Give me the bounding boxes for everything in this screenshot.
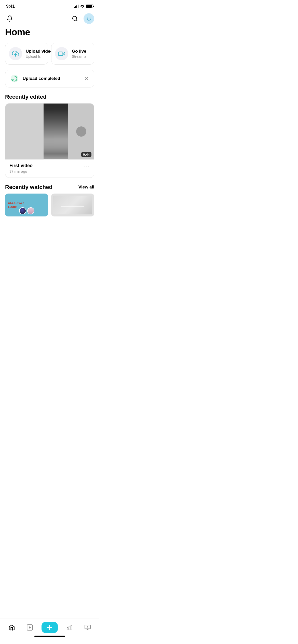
avatar[interactable] xyxy=(84,13,94,24)
go-live-text: Go live Stream a xyxy=(72,49,86,58)
nav-right xyxy=(70,13,94,24)
recently-watched-title: Recently watched xyxy=(5,184,52,191)
svg-point-4 xyxy=(90,18,91,19)
recently-edited-header: Recently edited xyxy=(0,87,99,103)
svg-point-3 xyxy=(87,18,88,19)
more-options-button[interactable]: ··· xyxy=(84,163,90,171)
upload-banner-left: Upload completed xyxy=(10,74,60,83)
watched-thumb-title: MaGical xyxy=(8,201,25,205)
recently-watched-header: Recently watched View all xyxy=(0,178,99,194)
search-button[interactable] xyxy=(70,14,79,23)
refresh-icon xyxy=(10,74,19,83)
video-card[interactable]: 0:44 First video 37 min ago ··· xyxy=(5,103,94,178)
upload-banner: Upload completed xyxy=(5,70,94,87)
svg-line-1 xyxy=(76,20,77,21)
upload-video-icon-bg xyxy=(9,47,22,60)
upload-video-subtitle: Upload from your device xyxy=(26,54,44,58)
wifi-icon xyxy=(80,5,85,8)
thumb-right xyxy=(68,104,94,159)
video-details: First video 37 min ago xyxy=(9,163,33,173)
upload-video-card[interactable]: Upload video Upload from your device xyxy=(5,43,48,65)
video-duration: 0:44 xyxy=(81,152,91,157)
svg-rect-6 xyxy=(58,52,63,55)
status-time: 9:41 xyxy=(6,4,15,9)
top-nav xyxy=(0,11,99,26)
upload-banner-text: Upload completed xyxy=(23,76,60,81)
thumb-left xyxy=(5,104,44,159)
go-live-card[interactable]: Go live Stream a xyxy=(51,43,94,65)
upload-banner-close[interactable] xyxy=(83,76,89,82)
svg-marker-7 xyxy=(63,52,65,55)
status-icons xyxy=(74,5,93,8)
signal-icon xyxy=(74,5,78,8)
recently-edited-title: Recently edited xyxy=(5,94,47,100)
upload-video-title: Upload video xyxy=(26,49,44,54)
page-title: Home xyxy=(0,26,99,43)
svg-point-2 xyxy=(85,14,93,23)
go-live-icon-bg xyxy=(55,47,68,60)
watched-card-1[interactable]: MaGical Game xyxy=(5,194,48,216)
watched-avatar-1 xyxy=(19,207,26,214)
video-meta: 37 min ago xyxy=(9,169,33,173)
search-icon xyxy=(72,16,78,22)
video-info: First video 37 min ago ··· xyxy=(5,159,94,178)
go-live-title: Go live xyxy=(72,49,86,54)
bottom-spacer xyxy=(0,216,99,247)
thumb-circle xyxy=(76,126,86,137)
watched-cards: MaGical Game xyxy=(0,194,99,216)
watched-thumb-1: MaGical Game xyxy=(5,194,48,216)
video-camera-icon xyxy=(58,50,65,57)
bell-icon xyxy=(6,15,13,22)
close-icon xyxy=(84,76,89,81)
upload-video-text: Upload video Upload from your device xyxy=(26,49,44,58)
thumb-center xyxy=(44,104,68,159)
battery-icon xyxy=(86,5,93,8)
status-bar: 9:41 xyxy=(0,0,99,11)
action-cards: Upload video Upload from your device Go … xyxy=(0,43,99,65)
watched-avatar-2 xyxy=(27,207,34,214)
video-title: First video xyxy=(9,163,33,168)
go-live-subtitle: Stream a xyxy=(72,54,86,58)
watched-card-2[interactable] xyxy=(51,194,94,216)
watched-thumb-2 xyxy=(51,194,94,216)
view-all-button[interactable]: View all xyxy=(78,185,94,190)
smiley-icon xyxy=(85,14,93,23)
upload-cloud-icon xyxy=(12,50,19,57)
notifications-button[interactable] xyxy=(5,14,14,23)
video-thumbnail: 0:44 xyxy=(5,104,94,159)
